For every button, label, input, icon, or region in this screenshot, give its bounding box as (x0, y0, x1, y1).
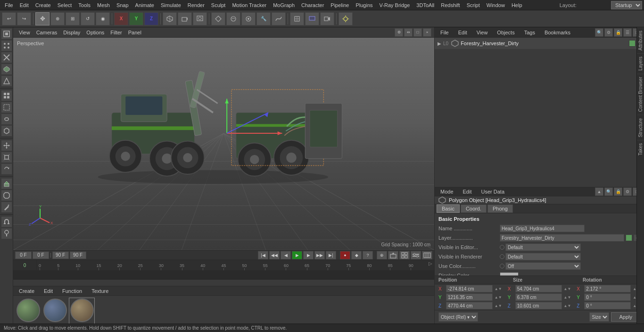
timeline-transport-next[interactable]: ▶▶ (314, 251, 325, 259)
timeline-transport-begin[interactable]: |◀ (258, 251, 268, 259)
menu-create[interactable]: Create (33, 1, 54, 9)
toolbar-live-selection[interactable]: ◉ (96, 12, 110, 25)
material-menu-texture[interactable]: Texture (89, 287, 111, 295)
menu-vray[interactable]: V-Ray Bridge (377, 1, 413, 9)
attr-tab-phong[interactable]: Phong (487, 204, 513, 213)
obj-header-file[interactable]: File (438, 29, 452, 36)
menu-3dtoall[interactable]: 3DToAll (413, 1, 437, 9)
menu-redshift[interactable]: Redshift (438, 1, 462, 9)
psr-x-pos[interactable] (446, 285, 493, 292)
material-menu-edit[interactable]: Edit (41, 287, 56, 295)
psr-z-rot[interactable] (584, 302, 631, 309)
toolbar-render[interactable] (193, 12, 207, 25)
keyframe-track[interactable] (13, 270, 434, 280)
lt-mode-points[interactable] (1, 40, 12, 51)
menu-window[interactable]: Window (484, 1, 508, 9)
timeline-ruler[interactable]: 0 0 5 10 15 20 25 30 35 40 45 50 55 (13, 260, 434, 270)
vp-menu-options[interactable]: Options (83, 29, 107, 36)
attr-use-color-select[interactable]: Off (505, 262, 581, 270)
vis-editor-radio[interactable] (500, 245, 504, 250)
psr-z-pos[interactable] (446, 302, 493, 309)
psr-y-pos[interactable] (446, 293, 493, 301)
side-tab-layers[interactable]: Layers (637, 53, 644, 73)
attr-userdata-btn[interactable]: User Data (479, 188, 508, 195)
obj-item-main[interactable]: ▶ L0 Forestry_Harvester_Dirty ✕ (435, 38, 644, 49)
toolbar-camera[interactable] (178, 12, 192, 25)
timeline-help[interactable]: ? (363, 251, 373, 259)
toolbar-camera2[interactable] (320, 12, 334, 25)
material-menu-create[interactable]: Create (16, 287, 37, 295)
lt-select-all[interactable] (1, 90, 12, 101)
lt-mode-polygons[interactable] (1, 64, 12, 75)
menu-help[interactable]: Help (509, 1, 525, 9)
timeline-transport-play[interactable]: ▶ (292, 251, 302, 259)
timeline-frame-view[interactable] (422, 251, 432, 259)
menu-file[interactable]: File (2, 1, 16, 9)
menu-tools[interactable]: Tools (75, 1, 93, 9)
psr-y-rot[interactable] (584, 293, 631, 301)
psr-z-pos-arrow[interactable]: ▲▼ (495, 304, 502, 308)
toolbar-move[interactable]: ⊕ (50, 12, 65, 25)
attr-up-btn[interactable]: ▲ (595, 187, 603, 196)
psr-z-size-arrow[interactable]: ▲▼ (564, 304, 571, 308)
obj-header-objects[interactable]: Objects (494, 29, 517, 36)
vp-ctrl-close[interactable]: × (423, 28, 431, 37)
psr-x-size[interactable] (515, 285, 562, 292)
vp-ctrl-settings[interactable]: ⚙ (395, 28, 403, 37)
attr-tab-basic[interactable]: Basic (437, 204, 460, 213)
vp-menu-filter[interactable]: Filter (107, 29, 124, 36)
timeline-function[interactable] (399, 251, 410, 259)
menu-edit[interactable]: Edit (17, 1, 32, 9)
toolbar-magnet[interactable]: 🔧 (256, 12, 271, 25)
attr-vis-renderer-select[interactable]: Default (505, 253, 581, 260)
toolbar-rotate[interactable]: ↺ (81, 12, 95, 25)
apply-button[interactable]: Apply (611, 312, 640, 322)
layout-select[interactable]: Startup (611, 1, 642, 9)
lt-brush[interactable] (1, 228, 12, 239)
toolbar-y-axis[interactable]: Y (129, 12, 143, 25)
menu-mograph[interactable]: MoGraph (270, 1, 297, 9)
psr-y-size[interactable] (515, 293, 562, 301)
lt-scale[interactable] (1, 152, 12, 163)
obj-search-btn[interactable]: 🔍 (595, 28, 603, 37)
side-tab-takes[interactable]: Takes (637, 140, 644, 158)
timeline-current-frame[interactable] (33, 251, 49, 259)
toolbar-z-axis[interactable]: Z (144, 12, 158, 25)
menu-pipeline[interactable]: Pipeline (328, 1, 352, 9)
psr-coord-select[interactable]: Object (Rel) ▾ (438, 312, 478, 322)
menu-mesh[interactable]: Mesh (94, 1, 113, 9)
toolbar-redo[interactable]: ↪ (17, 12, 31, 25)
obj-header-bookmarks[interactable]: Bookmarks (542, 29, 573, 36)
menu-select[interactable]: Select (55, 1, 75, 9)
timeline-autokey[interactable] (388, 251, 398, 259)
attr-lock-btn[interactable]: 🔒 (614, 187, 622, 196)
toolbar-front-view[interactable] (305, 12, 319, 25)
vis-renderer-radio[interactable] (500, 254, 504, 259)
obj-filter-btn[interactable]: ☰ (623, 28, 632, 37)
psr-x-size-arrow[interactable]: ▲▼ (564, 287, 571, 291)
lt-select-poly[interactable] (1, 125, 12, 137)
attr-tab-coord[interactable]: Coord. (461, 204, 487, 213)
timeline-transport-prev-frame[interactable]: ◀ (281, 251, 291, 259)
toolbar-light[interactable] (339, 12, 353, 25)
toolbar-sculpt[interactable] (226, 12, 240, 25)
lt-extrude[interactable] (1, 178, 12, 189)
3d-viewport[interactable]: Perspective Grid Spacing : 1000 cm X Y Z (13, 38, 434, 250)
lt-mode-object[interactable] (1, 28, 12, 40)
psr-y-size-arrow[interactable]: ▲▼ (564, 295, 571, 300)
timeline-start-frame[interactable] (15, 251, 32, 259)
psr-z-size[interactable] (515, 302, 562, 309)
lt-select-lasso[interactable] (1, 113, 12, 125)
material-menu-function[interactable]: Function (59, 287, 85, 295)
toolbar-polygon[interactable] (211, 12, 225, 25)
material-item-0[interactable]: Housing (15, 299, 41, 324)
toolbar-paint[interactable] (241, 12, 256, 25)
lt-tweak[interactable] (1, 75, 12, 87)
psr-size-select[interactable]: Size (589, 312, 609, 322)
timeline-settings[interactable] (411, 251, 421, 259)
menu-snap[interactable]: Snap (114, 1, 132, 9)
menu-simulate[interactable]: Simulate (158, 1, 184, 9)
side-tab-attributes[interactable]: Attributes (637, 27, 644, 53)
toolbar-top-view[interactable] (290, 12, 304, 25)
toolbar-x-axis[interactable]: X (114, 12, 128, 25)
